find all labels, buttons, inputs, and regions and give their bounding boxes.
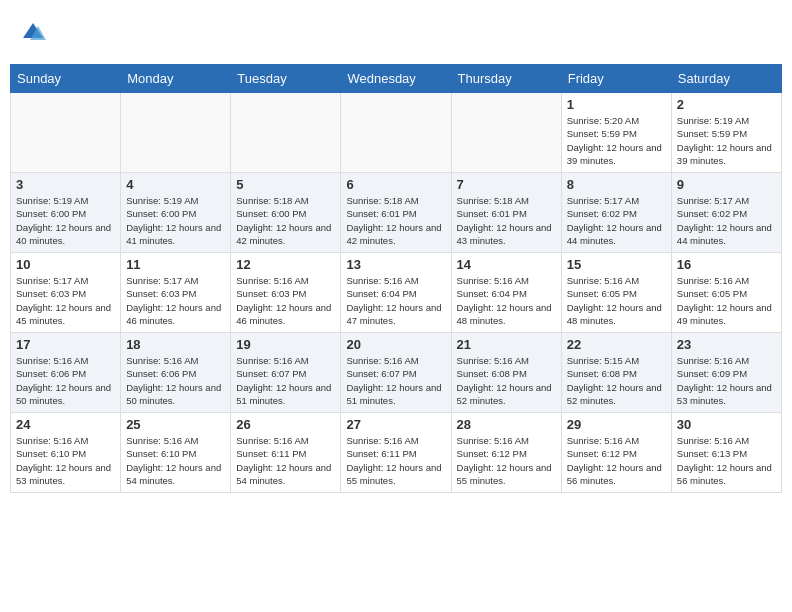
page-header: [10, 10, 782, 56]
day-number: 1: [567, 97, 666, 112]
weekday-header-tuesday: Tuesday: [231, 65, 341, 93]
day-info: Sunrise: 5:16 AM Sunset: 6:05 PM Dayligh…: [677, 274, 776, 327]
calendar-cell: 27Sunrise: 5:16 AM Sunset: 6:11 PM Dayli…: [341, 413, 451, 493]
day-info: Sunrise: 5:16 AM Sunset: 6:04 PM Dayligh…: [346, 274, 445, 327]
calendar-cell: 5Sunrise: 5:18 AM Sunset: 6:00 PM Daylig…: [231, 173, 341, 253]
day-number: 15: [567, 257, 666, 272]
day-number: 2: [677, 97, 776, 112]
calendar-table: SundayMondayTuesdayWednesdayThursdayFrid…: [10, 64, 782, 493]
day-number: 14: [457, 257, 556, 272]
calendar-cell: 23Sunrise: 5:16 AM Sunset: 6:09 PM Dayli…: [671, 333, 781, 413]
day-info: Sunrise: 5:16 AM Sunset: 6:05 PM Dayligh…: [567, 274, 666, 327]
day-info: Sunrise: 5:19 AM Sunset: 5:59 PM Dayligh…: [677, 114, 776, 167]
day-info: Sunrise: 5:19 AM Sunset: 6:00 PM Dayligh…: [126, 194, 225, 247]
day-number: 21: [457, 337, 556, 352]
weekday-header-thursday: Thursday: [451, 65, 561, 93]
day-info: Sunrise: 5:16 AM Sunset: 6:10 PM Dayligh…: [16, 434, 115, 487]
calendar-cell: 15Sunrise: 5:16 AM Sunset: 6:05 PM Dayli…: [561, 253, 671, 333]
calendar-cell: 28Sunrise: 5:16 AM Sunset: 6:12 PM Dayli…: [451, 413, 561, 493]
calendar-cell: 25Sunrise: 5:16 AM Sunset: 6:10 PM Dayli…: [121, 413, 231, 493]
day-info: Sunrise: 5:16 AM Sunset: 6:06 PM Dayligh…: [126, 354, 225, 407]
calendar-cell: 21Sunrise: 5:16 AM Sunset: 6:08 PM Dayli…: [451, 333, 561, 413]
calendar-cell: 8Sunrise: 5:17 AM Sunset: 6:02 PM Daylig…: [561, 173, 671, 253]
weekday-header-monday: Monday: [121, 65, 231, 93]
calendar-cell: 4Sunrise: 5:19 AM Sunset: 6:00 PM Daylig…: [121, 173, 231, 253]
calendar-cell: 11Sunrise: 5:17 AM Sunset: 6:03 PM Dayli…: [121, 253, 231, 333]
day-info: Sunrise: 5:16 AM Sunset: 6:04 PM Dayligh…: [457, 274, 556, 327]
day-info: Sunrise: 5:17 AM Sunset: 6:02 PM Dayligh…: [677, 194, 776, 247]
day-number: 23: [677, 337, 776, 352]
day-info: Sunrise: 5:16 AM Sunset: 6:11 PM Dayligh…: [346, 434, 445, 487]
day-info: Sunrise: 5:16 AM Sunset: 6:08 PM Dayligh…: [457, 354, 556, 407]
day-number: 9: [677, 177, 776, 192]
calendar-cell: 6Sunrise: 5:18 AM Sunset: 6:01 PM Daylig…: [341, 173, 451, 253]
day-info: Sunrise: 5:15 AM Sunset: 6:08 PM Dayligh…: [567, 354, 666, 407]
day-number: 10: [16, 257, 115, 272]
calendar-week-4: 17Sunrise: 5:16 AM Sunset: 6:06 PM Dayli…: [11, 333, 782, 413]
calendar-week-5: 24Sunrise: 5:16 AM Sunset: 6:10 PM Dayli…: [11, 413, 782, 493]
day-info: Sunrise: 5:18 AM Sunset: 6:00 PM Dayligh…: [236, 194, 335, 247]
day-number: 17: [16, 337, 115, 352]
day-number: 28: [457, 417, 556, 432]
day-number: 22: [567, 337, 666, 352]
day-number: 12: [236, 257, 335, 272]
calendar-cell: [451, 93, 561, 173]
weekday-header-sunday: Sunday: [11, 65, 121, 93]
day-info: Sunrise: 5:19 AM Sunset: 6:00 PM Dayligh…: [16, 194, 115, 247]
calendar-cell: 18Sunrise: 5:16 AM Sunset: 6:06 PM Dayli…: [121, 333, 231, 413]
calendar-cell: 26Sunrise: 5:16 AM Sunset: 6:11 PM Dayli…: [231, 413, 341, 493]
day-info: Sunrise: 5:17 AM Sunset: 6:03 PM Dayligh…: [126, 274, 225, 327]
day-info: Sunrise: 5:17 AM Sunset: 6:03 PM Dayligh…: [16, 274, 115, 327]
calendar-week-1: 1Sunrise: 5:20 AM Sunset: 5:59 PM Daylig…: [11, 93, 782, 173]
day-number: 3: [16, 177, 115, 192]
day-info: Sunrise: 5:16 AM Sunset: 6:06 PM Dayligh…: [16, 354, 115, 407]
day-number: 20: [346, 337, 445, 352]
day-info: Sunrise: 5:17 AM Sunset: 6:02 PM Dayligh…: [567, 194, 666, 247]
calendar-cell: 20Sunrise: 5:16 AM Sunset: 6:07 PM Dayli…: [341, 333, 451, 413]
calendar-cell: 24Sunrise: 5:16 AM Sunset: 6:10 PM Dayli…: [11, 413, 121, 493]
calendar-cell: 7Sunrise: 5:18 AM Sunset: 6:01 PM Daylig…: [451, 173, 561, 253]
day-info: Sunrise: 5:16 AM Sunset: 6:10 PM Dayligh…: [126, 434, 225, 487]
day-number: 27: [346, 417, 445, 432]
day-number: 18: [126, 337, 225, 352]
logo: [18, 18, 50, 52]
day-info: Sunrise: 5:16 AM Sunset: 6:13 PM Dayligh…: [677, 434, 776, 487]
weekday-header-wednesday: Wednesday: [341, 65, 451, 93]
calendar-cell: 3Sunrise: 5:19 AM Sunset: 6:00 PM Daylig…: [11, 173, 121, 253]
day-number: 11: [126, 257, 225, 272]
calendar-cell: 22Sunrise: 5:15 AM Sunset: 6:08 PM Dayli…: [561, 333, 671, 413]
calendar-cell: [231, 93, 341, 173]
calendar-cell: 12Sunrise: 5:16 AM Sunset: 6:03 PM Dayli…: [231, 253, 341, 333]
day-number: 4: [126, 177, 225, 192]
day-number: 16: [677, 257, 776, 272]
day-info: Sunrise: 5:16 AM Sunset: 6:07 PM Dayligh…: [236, 354, 335, 407]
calendar-cell: 9Sunrise: 5:17 AM Sunset: 6:02 PM Daylig…: [671, 173, 781, 253]
calendar-cell: 16Sunrise: 5:16 AM Sunset: 6:05 PM Dayli…: [671, 253, 781, 333]
calendar-week-3: 10Sunrise: 5:17 AM Sunset: 6:03 PM Dayli…: [11, 253, 782, 333]
calendar-cell: 13Sunrise: 5:16 AM Sunset: 6:04 PM Dayli…: [341, 253, 451, 333]
day-info: Sunrise: 5:16 AM Sunset: 6:07 PM Dayligh…: [346, 354, 445, 407]
day-number: 25: [126, 417, 225, 432]
weekday-header-row: SundayMondayTuesdayWednesdayThursdayFrid…: [11, 65, 782, 93]
day-info: Sunrise: 5:18 AM Sunset: 6:01 PM Dayligh…: [457, 194, 556, 247]
day-info: Sunrise: 5:18 AM Sunset: 6:01 PM Dayligh…: [346, 194, 445, 247]
calendar-cell: [341, 93, 451, 173]
calendar-cell: 10Sunrise: 5:17 AM Sunset: 6:03 PM Dayli…: [11, 253, 121, 333]
weekday-header-friday: Friday: [561, 65, 671, 93]
calendar-cell: 2Sunrise: 5:19 AM Sunset: 5:59 PM Daylig…: [671, 93, 781, 173]
calendar-cell: 1Sunrise: 5:20 AM Sunset: 5:59 PM Daylig…: [561, 93, 671, 173]
calendar-cell: 29Sunrise: 5:16 AM Sunset: 6:12 PM Dayli…: [561, 413, 671, 493]
calendar-cell: 17Sunrise: 5:16 AM Sunset: 6:06 PM Dayli…: [11, 333, 121, 413]
calendar-week-2: 3Sunrise: 5:19 AM Sunset: 6:00 PM Daylig…: [11, 173, 782, 253]
day-info: Sunrise: 5:16 AM Sunset: 6:12 PM Dayligh…: [457, 434, 556, 487]
day-number: 6: [346, 177, 445, 192]
calendar-cell: [121, 93, 231, 173]
logo-icon: [18, 18, 48, 52]
day-info: Sunrise: 5:16 AM Sunset: 6:12 PM Dayligh…: [567, 434, 666, 487]
day-info: Sunrise: 5:20 AM Sunset: 5:59 PM Dayligh…: [567, 114, 666, 167]
day-info: Sunrise: 5:16 AM Sunset: 6:09 PM Dayligh…: [677, 354, 776, 407]
calendar-cell: 30Sunrise: 5:16 AM Sunset: 6:13 PM Dayli…: [671, 413, 781, 493]
day-number: 7: [457, 177, 556, 192]
day-number: 30: [677, 417, 776, 432]
day-number: 19: [236, 337, 335, 352]
